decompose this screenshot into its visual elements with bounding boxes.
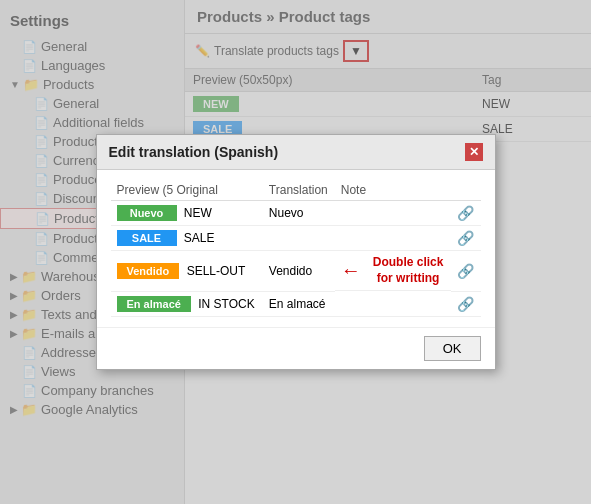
tag-badge: SALE <box>117 230 177 246</box>
modal-body: Preview (5 Original Translation Note Nue… <box>97 170 495 327</box>
modal-footer: OK <box>97 327 495 369</box>
edit-translation-modal: Edit translation (Spanish) ✕ Preview (5 … <box>96 134 496 370</box>
tag-badge: Nuevo <box>117 205 177 221</box>
modal-close-button[interactable]: ✕ <box>465 143 483 161</box>
note-cell <box>335 201 451 226</box>
modal-title: Edit translation (Spanish) <box>109 144 279 160</box>
tag-badge: En almacé <box>117 296 191 312</box>
original-text: NEW <box>184 206 212 220</box>
edit-icon[interactable]: 🔗 <box>457 205 474 221</box>
arrow-left-icon: ← <box>341 259 361 282</box>
original-text: SELL-OUT <box>187 264 246 278</box>
modal-table: Preview (5 Original Translation Note Nue… <box>111 180 481 317</box>
edit-cell: 🔗 <box>451 251 480 292</box>
tag-badge: Vendido <box>117 263 180 279</box>
table-row: SALE SALE 🔗 <box>111 226 481 251</box>
edit-cell: 🔗 <box>451 291 480 316</box>
double-click-annotation: Double clickfor writting <box>373 255 444 286</box>
note-cell <box>335 291 451 316</box>
modal-col-translation: Translation <box>263 180 335 201</box>
edit-cell: 🔗 <box>451 201 480 226</box>
translation-cell: Nuevo <box>263 201 335 226</box>
modal-overlay: Edit translation (Spanish) ✕ Preview (5 … <box>0 0 591 504</box>
modal-col-note: Note <box>335 180 451 201</box>
edit-icon[interactable]: 🔗 <box>457 263 474 279</box>
translation-cell: En almacé <box>263 291 335 316</box>
modal-col-preview: Preview (5 Original <box>111 180 263 201</box>
translation-cell <box>263 226 335 251</box>
preview-cell: Vendido SELL-OUT <box>111 251 263 292</box>
original-text: IN STOCK <box>198 297 254 311</box>
preview-cell: En almacé IN STOCK <box>111 291 263 316</box>
table-row: Nuevo NEW Nuevo 🔗 <box>111 201 481 226</box>
table-row: Vendido SELL-OUT Vendido ← Double clickf… <box>111 251 481 292</box>
edit-cell: 🔗 <box>451 226 480 251</box>
note-cell <box>335 226 451 251</box>
note-cell: ← Double clickfor writting <box>335 251 451 291</box>
ok-button[interactable]: OK <box>424 336 481 361</box>
edit-icon[interactable]: 🔗 <box>457 296 474 312</box>
edit-icon[interactable]: 🔗 <box>457 230 474 246</box>
original-text: SALE <box>184 231 215 245</box>
preview-cell: Nuevo NEW <box>111 201 263 226</box>
table-row: En almacé IN STOCK En almacé 🔗 <box>111 291 481 316</box>
modal-header: Edit translation (Spanish) ✕ <box>97 135 495 170</box>
preview-cell: SALE SALE <box>111 226 263 251</box>
modal-col-action <box>451 180 480 201</box>
translation-cell: Vendido <box>263 251 335 292</box>
